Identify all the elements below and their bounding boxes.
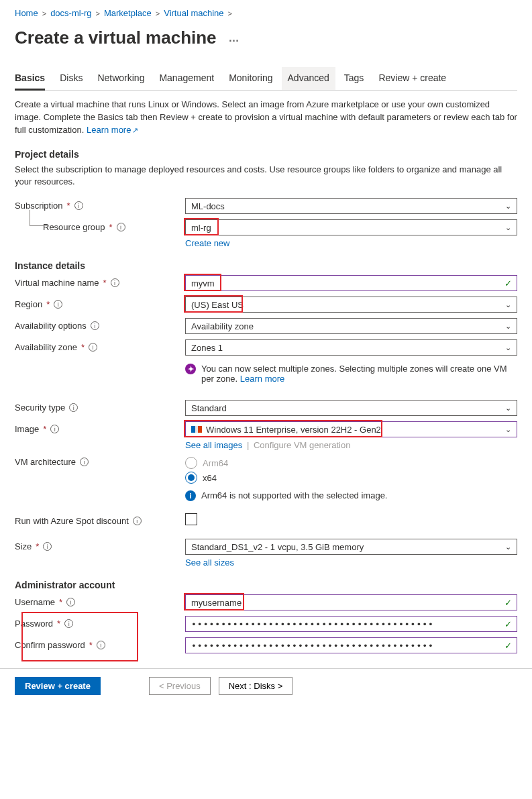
tab-basics[interactable]: Basics bbox=[15, 67, 45, 91]
required-icon: * bbox=[36, 541, 39, 551]
password-input[interactable]: ••••••••••••••••••••••••••••••••••••••••… bbox=[185, 616, 517, 632]
vm-name-input[interactable]: myvm ✓ bbox=[185, 275, 517, 291]
username-input[interactable]: myusername ✓ bbox=[185, 594, 517, 610]
info-icon[interactable]: i bbox=[50, 425, 59, 433]
bc-rg[interactable]: docs-ml-rg bbox=[50, 8, 91, 18]
image-dropdown[interactable]: Windows 11 Enterprise, version 22H2 - Ge… bbox=[185, 421, 517, 437]
required-icon: * bbox=[109, 222, 113, 232]
learn-more-link[interactable]: Learn more↗ bbox=[87, 125, 138, 135]
check-icon: ✓ bbox=[504, 278, 512, 288]
spot-label: Run with Azure Spot discount bbox=[15, 516, 129, 526]
tab-disks[interactable]: Disks bbox=[60, 67, 83, 90]
windows-icon bbox=[191, 426, 202, 433]
region-dropdown[interactable]: (US) East US ⌄ bbox=[185, 297, 517, 313]
availability-zone-dropdown[interactable]: Zones 1 ⌄ bbox=[185, 339, 517, 356]
instance-heading: Instance details bbox=[15, 260, 517, 271]
info-icon[interactable]: i bbox=[69, 403, 78, 412]
bc-vm[interactable]: Virtual machine bbox=[164, 8, 223, 18]
chevron-right-icon: > bbox=[42, 9, 46, 17]
bc-home[interactable]: Home bbox=[15, 8, 38, 18]
security-type-label: Security type bbox=[15, 403, 65, 413]
size-dropdown[interactable]: Standard_DS1_v2 - 1 vcpu, 3.5 GiB memory… bbox=[185, 539, 517, 555]
intro-text: Create a virtual machine that runs Linux… bbox=[15, 99, 517, 137]
chevron-right-icon: > bbox=[96, 9, 100, 17]
more-icon[interactable]: … bbox=[225, 30, 245, 47]
vm-name-label: Virtual machine name bbox=[15, 278, 99, 288]
tree-elbow-icon bbox=[30, 210, 48, 226]
external-link-icon: ↗ bbox=[132, 126, 138, 134]
info-icon[interactable]: i bbox=[54, 300, 62, 309]
zone-info: ✦ You can now select multiple zones. Sel… bbox=[185, 364, 514, 384]
previous-button[interactable]: < Previous bbox=[149, 677, 211, 695]
info-icon[interactable]: i bbox=[117, 223, 125, 231]
info-icon[interactable]: i bbox=[43, 542, 52, 551]
create-new-rg-link[interactable]: Create new bbox=[185, 238, 229, 248]
resource-group-label: Resource group bbox=[43, 222, 105, 232]
subscription-label: Subscription bbox=[15, 201, 63, 211]
arch-x64-radio[interactable] bbox=[185, 472, 197, 484]
chevron-down-icon: ⌄ bbox=[505, 343, 511, 352]
chevron-right-icon: > bbox=[156, 9, 160, 17]
see-all-sizes-link[interactable]: See all sizes bbox=[185, 557, 234, 568]
breadcrumb: Home> docs-ml-rg> Marketplace> Virtual m… bbox=[15, 5, 517, 25]
info-icon[interactable]: i bbox=[133, 517, 142, 525]
info-icon: i bbox=[185, 490, 196, 501]
info-icon[interactable]: i bbox=[80, 458, 89, 466]
required-icon: * bbox=[43, 424, 46, 434]
check-icon: ✓ bbox=[504, 619, 512, 629]
rocket-icon: ✦ bbox=[185, 364, 196, 374]
check-icon: ✓ bbox=[504, 641, 512, 651]
check-icon: ✓ bbox=[504, 598, 512, 608]
required-icon: * bbox=[59, 597, 62, 607]
see-all-images-link[interactable]: See all images bbox=[185, 440, 242, 450]
availability-zone-label: Availability zone bbox=[15, 342, 77, 352]
tab-review[interactable]: Review + create bbox=[378, 67, 446, 90]
info-icon[interactable]: i bbox=[91, 321, 99, 330]
page-title: Create a virtual machine … bbox=[15, 28, 517, 48]
arch-arm64-label: Arm64 bbox=[203, 458, 228, 468]
arch-x64-label: x64 bbox=[203, 473, 217, 483]
required-icon: * bbox=[103, 278, 107, 288]
size-label: Size bbox=[15, 541, 32, 551]
chevron-right-icon: > bbox=[228, 9, 232, 17]
configure-generation-link: Configure VM generation bbox=[254, 440, 351, 450]
spot-checkbox[interactable] bbox=[185, 513, 197, 525]
info-icon[interactable]: i bbox=[89, 343, 97, 352]
info-icon[interactable]: i bbox=[111, 278, 119, 287]
tab-monitoring[interactable]: Monitoring bbox=[229, 67, 272, 90]
tabs: Basics Disks Networking Management Monit… bbox=[15, 67, 517, 91]
subscription-dropdown[interactable]: ML-docs ⌄ bbox=[185, 198, 517, 214]
chevron-down-icon: ⌄ bbox=[505, 301, 511, 309]
chevron-down-icon: ⌄ bbox=[505, 202, 511, 211]
chevron-down-icon: ⌄ bbox=[505, 322, 511, 331]
username-label: Username bbox=[15, 597, 55, 607]
resource-group-dropdown[interactable]: ml-rg ⌄ bbox=[185, 219, 517, 235]
chevron-down-icon: ⌄ bbox=[505, 223, 511, 232]
security-type-dropdown[interactable]: Standard ⌄ bbox=[185, 400, 517, 416]
info-icon[interactable]: i bbox=[66, 598, 75, 606]
required-icon: * bbox=[81, 342, 85, 352]
tab-tags[interactable]: Tags bbox=[344, 67, 364, 90]
admin-heading: Administrator account bbox=[15, 580, 517, 590]
chevron-down-icon: ⌄ bbox=[505, 543, 511, 551]
project-heading: Project details bbox=[15, 149, 517, 160]
tab-management[interactable]: Management bbox=[159, 67, 214, 90]
learn-more-zones-link[interactable]: Learn more bbox=[240, 374, 284, 384]
bc-marketplace[interactable]: Marketplace bbox=[104, 8, 152, 18]
arch-arm64-radio bbox=[185, 457, 197, 469]
tab-networking[interactable]: Networking bbox=[97, 67, 144, 90]
info-icon[interactable]: i bbox=[74, 201, 83, 210]
vm-architecture-label: VM architecture bbox=[15, 457, 76, 467]
availability-options-label: Availability options bbox=[15, 321, 87, 331]
arm-warning: i Arm64 is not supported with the select… bbox=[185, 490, 514, 501]
chevron-down-icon: ⌄ bbox=[505, 425, 511, 434]
next-button[interactable]: Next : Disks > bbox=[219, 677, 293, 695]
footer: Review + create < Previous Next : Disks … bbox=[0, 668, 532, 703]
review-create-button[interactable]: Review + create bbox=[15, 677, 101, 695]
availability-options-dropdown[interactable]: Availability zone ⌄ bbox=[185, 318, 517, 334]
highlight-box bbox=[21, 612, 138, 661]
image-label: Image bbox=[15, 424, 39, 434]
project-desc: Select the subscription to manage deploy… bbox=[15, 164, 517, 189]
confirm-password-input[interactable]: ••••••••••••••••••••••••••••••••••••••••… bbox=[185, 637, 517, 653]
tab-advanced[interactable]: Advanced bbox=[282, 67, 335, 90]
